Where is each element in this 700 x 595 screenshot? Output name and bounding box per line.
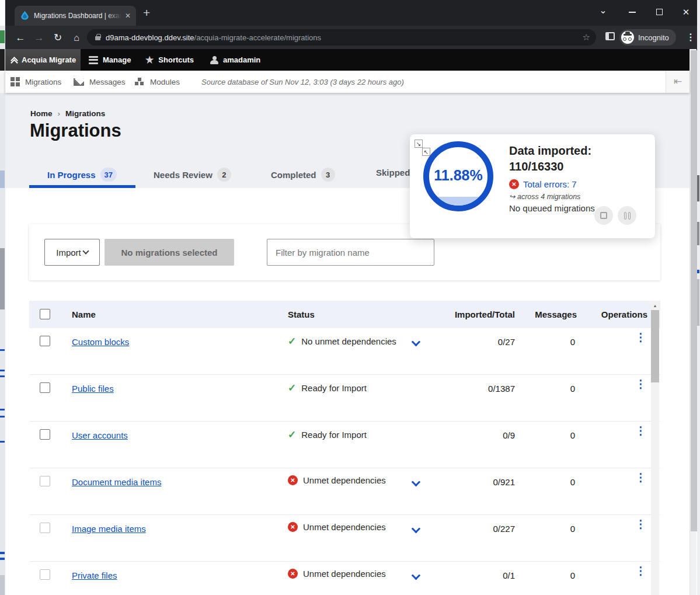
address-bar[interactable]: d9ama-ddevblog.ddev.site/acquia-migrate-… [87, 29, 596, 46]
kebab-menu-icon[interactable]: ⋮ [635, 335, 643, 340]
total-errors-link[interactable]: Total errors: 7 [523, 179, 577, 189]
import-dropdown-button[interactable]: Import [44, 239, 100, 266]
brand-label: Acquia Migrate [22, 55, 76, 64]
nav-modules[interactable]: Modules [134, 71, 180, 93]
grid-icon [11, 77, 20, 86]
tab-title: Migrations Dashboard | example [34, 12, 121, 20]
table-row: Document media items ✓ ✕ Unmet dependenc… [29, 468, 660, 515]
kebab-menu-icon[interactable]: ⋮ [635, 381, 643, 387]
chevron-down-icon[interactable] [412, 571, 421, 580]
row-checkbox[interactable] [40, 336, 50, 346]
new-tab-button[interactable]: + [143, 6, 150, 20]
browser-scrollbar[interactable] [689, 49, 696, 595]
kebab-menu-icon[interactable]: ⋮ [635, 428, 643, 433]
table-scrollbar-thumb[interactable] [651, 310, 659, 382]
page-title: Migrations [30, 120, 121, 141]
messages-count: 0 [540, 337, 575, 347]
migration-name-link[interactable]: Public files [72, 384, 114, 394]
row-checkbox[interactable] [40, 523, 50, 533]
toolbar-collapse-button[interactable]: ⇤ [666, 71, 689, 93]
forward-button[interactable]: → [32, 31, 46, 45]
breadcrumb-home[interactable]: Home [30, 109, 53, 118]
admin-manage[interactable]: Manage [89, 49, 131, 71]
tab-close-icon[interactable]: ✕ [125, 12, 131, 20]
browser-window: Migrations Dashboard | example ✕ + ⌄ ✕ ←… [5, 0, 697, 595]
nav-migrations[interactable]: Migrations [11, 71, 61, 93]
status-text: Unmet dependencies [303, 522, 386, 532]
status-cell: ✓ ✕ Unmet dependencies [288, 475, 386, 485]
envelope-icon [74, 78, 84, 86]
table-header: Name Status Imported/Total Messages Oper… [29, 301, 660, 328]
progress-percent: 11.88% [429, 167, 487, 184]
browser-scrollbar-thumb[interactable] [691, 50, 697, 531]
tab-completed[interactable]: Completed3 [271, 168, 335, 182]
scroll-up-arrow-icon[interactable]: ▲ [651, 301, 659, 310]
drupal-logo-icon [20, 11, 29, 21]
status-cell: ✓ ✕ No unmet dependencies [288, 335, 396, 347]
browser-tab[interactable]: Migrations Dashboard | example ✕ [15, 6, 136, 26]
no-migrations-selected-button[interactable]: No migrations selected [105, 239, 234, 266]
browser-tab-strip: Migrations Dashboard | example ✕ + ⌄ ✕ [5, 0, 697, 26]
window-maximize-button[interactable] [653, 7, 665, 15]
admin-toolbar: Acquia Migrate Manage ★ Shortcuts amadam… [5, 49, 697, 71]
stop-button[interactable] [594, 206, 613, 225]
acquia-migrate-brand[interactable]: Acquia Migrate [5, 49, 81, 71]
resize-cursor-icon: ↘ [415, 140, 423, 148]
tab-count-badge: 37 [100, 168, 117, 182]
header-imported-total: Imported/Total [433, 301, 515, 328]
row-checkbox[interactable] [40, 569, 50, 580]
nav-messages[interactable]: Messages [74, 71, 126, 93]
window-chevron-icon[interactable]: ⌄ [597, 5, 609, 16]
home-button[interactable]: ⌂ [69, 31, 83, 45]
migration-name-link[interactable]: Custom blocks [72, 337, 129, 347]
browser-menu-icon[interactable]: ⋮ [686, 32, 695, 43]
bookmark-star-icon[interactable]: ☆ [583, 32, 590, 43]
row-checkbox[interactable] [40, 382, 50, 393]
chevron-down-icon[interactable] [412, 478, 421, 487]
chevron-down-icon [82, 248, 89, 254]
modules-icon [134, 77, 145, 86]
admin-user[interactable]: amadamin [210, 49, 260, 71]
status-ok-icon: ✓ [288, 382, 296, 394]
across-migrations-note: ↪ across 4 migrations [509, 192, 580, 201]
migration-name-link[interactable]: User accounts [72, 430, 128, 440]
chevron-down-icon[interactable] [412, 524, 421, 534]
messages-count: 0 [540, 524, 575, 534]
row-checkbox[interactable] [40, 429, 50, 440]
imported-total-value: 0/1 [445, 570, 515, 580]
status-cell: ✓ ✕ Ready for Import [288, 382, 367, 394]
collapse-left-icon: ⇤ [674, 76, 682, 87]
lock-icon [95, 36, 100, 40]
imported-total-value: 0/921 [445, 477, 515, 487]
shortcuts-star-icon: ★ [145, 54, 154, 65]
double-chevron-up-icon [12, 58, 17, 62]
kebab-menu-icon[interactable]: ⋮ [635, 568, 643, 573]
browser-toolbar: ← → ↻ ⌂ d9ama-ddevblog.ddev.site/acquia-… [5, 26, 697, 49]
total-errors-row: ✕ Total errors: 7 [509, 179, 577, 189]
tab-needs-review[interactable]: Needs Review2 [154, 168, 231, 182]
data-imported-fraction: 110/16330 [509, 160, 563, 173]
select-all-checkbox[interactable] [40, 309, 50, 319]
table-row: User accounts ✓ ✕ Ready for Import 0/9 0… [29, 422, 660, 468]
row-checkbox[interactable] [40, 476, 50, 486]
status-cell: ✓ ✕ Unmet dependencies [288, 522, 386, 532]
tab-skipped[interactable]: Skipped [376, 168, 410, 178]
migration-name-link[interactable]: Document media items [72, 477, 161, 487]
chevron-down-icon[interactable] [412, 337, 421, 347]
back-button[interactable]: ← [13, 31, 27, 45]
table-scrollbar[interactable]: ▲ [651, 301, 659, 595]
kebab-menu-icon[interactable]: ⋮ [635, 521, 643, 527]
tab-in-progress[interactable]: In Progress37 [47, 168, 117, 182]
pause-button[interactable] [618, 206, 636, 225]
kebab-menu-icon[interactable]: ⋮ [635, 475, 643, 480]
admin-shortcuts[interactable]: ★ Shortcuts [145, 49, 194, 71]
header-name: Name [72, 301, 96, 328]
migration-name-link[interactable]: Image media items [72, 524, 146, 534]
filter-input[interactable] [267, 239, 434, 266]
window-close-button[interactable]: ✕ [680, 7, 692, 18]
side-panel-icon[interactable] [605, 32, 615, 40]
window-minimize-button[interactable] [626, 7, 638, 13]
reload-button[interactable]: ↻ [51, 31, 65, 45]
migration-name-link[interactable]: Private files [72, 570, 117, 580]
url-text: d9ama-ddevblog.ddev.site/acquia-migrate-… [106, 33, 321, 42]
